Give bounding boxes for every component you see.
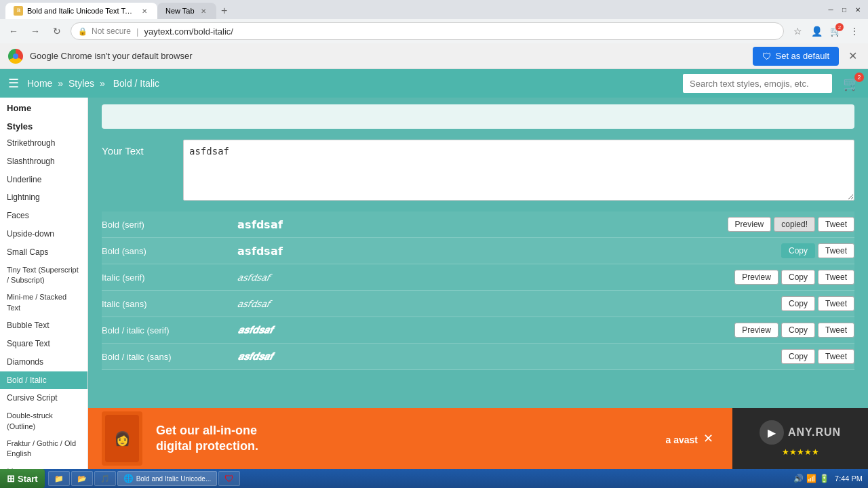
nav-cart-icon[interactable]: 🛒 2: [843, 75, 860, 92]
menu-icon[interactable]: ⋮: [846, 23, 863, 39]
network-icon[interactable]: 📶: [806, 474, 816, 483]
sidebar-item-faces[interactable]: Faces: [0, 207, 87, 225]
tab-bold-italic[interactable]: 𝐁 Bold and Italic Unicode Text Tool - 1.…: [5, 3, 157, 19]
copy-button-bold-serif[interactable]: copied!: [774, 217, 815, 232]
sidebar-item-fraktur[interactable]: Fraktur / Gothic / Old English: [0, 435, 87, 463]
breadcrumb-sep-2: »: [100, 78, 108, 89]
taskbar-item-explorer2[interactable]: 📂: [71, 471, 93, 486]
your-text-input[interactable]: asfdsaf: [183, 140, 854, 201]
breadcrumb-styles[interactable]: Styles: [68, 78, 94, 89]
style-actions-bold-sans: Copy Tweet: [781, 243, 854, 258]
sidebar-item-mini-me[interactable]: Mini-me / Stacked Text: [0, 289, 87, 317]
style-preview-italic-sans: 𝘢𝘴𝘧𝘥𝘴𝘢𝘧: [237, 298, 781, 310]
sidebar-item-diamonds[interactable]: Diamonds: [0, 353, 87, 371]
copy-button-bold-sans[interactable]: Copy: [781, 243, 815, 258]
tab-close-2[interactable]: ✕: [199, 6, 208, 16]
breadcrumb: Home » Styles » Bold / Italic: [27, 78, 162, 89]
start-button[interactable]: ⊞ Start: [0, 469, 45, 488]
search-input[interactable]: [683, 74, 832, 93]
anyrun-stars: ★★★★★: [782, 447, 819, 457]
tweet-button-italic-serif[interactable]: Tweet: [818, 270, 854, 285]
speaker-icon[interactable]: 🔊: [793, 474, 804, 483]
style-preview-italic-serif: 𝘢𝘴𝘧𝘥𝘴𝘢𝘧: [237, 271, 734, 283]
style-preview-bold-serif: 𝗮𝘀𝗳𝗱𝘀𝗮𝗳: [237, 218, 728, 231]
preview-button-italic-serif[interactable]: Preview: [734, 270, 778, 285]
anyrun-play-icon[interactable]: ▶: [760, 420, 784, 445]
tab-close-1[interactable]: ✕: [140, 6, 149, 16]
copy-button-bold-italic-serif[interactable]: Copy: [781, 323, 815, 338]
tweet-button-bold-sans[interactable]: Tweet: [818, 243, 854, 258]
battery-icon[interactable]: 🔋: [819, 474, 829, 483]
ad-logo: a avast: [639, 430, 698, 447]
chrome-notification-bar: Google Chrome isn't your default browser…: [0, 43, 868, 69]
sidebar-item-cursive-script[interactable]: Cursive Script: [0, 389, 87, 407]
sidebar-home-title[interactable]: Home: [0, 98, 87, 116]
tweet-button-bold-serif[interactable]: Tweet: [818, 217, 854, 232]
chrome-bar-close-button[interactable]: ✕: [846, 47, 860, 65]
preview-button-bold-serif[interactable]: Preview: [728, 217, 772, 232]
preview-button-bold-italic-serif[interactable]: Preview: [734, 323, 778, 338]
taskbar-time: 7:44 PM: [835, 474, 863, 483]
taskbar-item-media[interactable]: 🎵: [94, 471, 116, 486]
back-button[interactable]: ←: [5, 23, 22, 39]
cart-icon[interactable]: 🛒 2: [827, 23, 844, 39]
sidebar-item-lightning[interactable]: Lightning: [0, 188, 87, 207]
sidebar-item-upside-down[interactable]: Upside-down: [0, 225, 87, 243]
security-icon: 🛡: [224, 473, 234, 484]
refresh-button[interactable]: ↻: [49, 23, 65, 39]
copy-button-bold-italic-sans[interactable]: Copy: [781, 349, 815, 364]
copy-button-italic-serif[interactable]: Copy: [781, 270, 815, 285]
sidebar-item-tiny-text[interactable]: Tiny Text (Superscript / Subscript): [0, 262, 87, 289]
sidebar-item-small-caps[interactable]: Small Caps: [0, 243, 87, 262]
sidebar-item-double-struck[interactable]: Double-struck (Outline): [0, 407, 87, 435]
taskbar-item-security[interactable]: 🛡: [218, 471, 240, 486]
folder-icon-2: 📂: [77, 474, 87, 483]
sidebar-item-strikethrough[interactable]: Strikethrough: [0, 134, 87, 152]
tweet-button-italic-sans[interactable]: Tweet: [818, 296, 854, 311]
anyrun-label: ANY.RUN: [788, 426, 841, 439]
style-name-italic-sans: Italic (sans): [102, 299, 237, 309]
tab-label-2: New Tab: [165, 7, 195, 15]
breadcrumb-sep-1: »: [58, 78, 66, 89]
style-row-bold-italic-serif: Bold / italic (serif) 𝙖𝙨𝙛𝙙𝙨𝙖𝙛 Preview Co…: [102, 317, 854, 344]
style-name-bold-serif: Bold (serif): [102, 220, 237, 230]
sidebar-item-bold-italic[interactable]: Bold / Italic: [0, 371, 87, 390]
taskbar-item-explorer1[interactable]: 📁: [48, 471, 70, 486]
url-separator: |: [136, 26, 138, 37]
ad-content: 👩 Get our all-in-one digital protection.…: [102, 411, 698, 466]
style-actions-bold-italic-sans: Copy Tweet: [781, 349, 854, 364]
sidebar-item-square-text[interactable]: Square Text: [0, 335, 87, 353]
url-text: yaytext.com/bold-italic/: [144, 26, 233, 37]
close-button[interactable]: ✕: [853, 5, 863, 14]
tweet-button-bold-italic-serif[interactable]: Tweet: [818, 323, 854, 338]
breadcrumb-home[interactable]: Home: [27, 78, 52, 89]
taskbar-item-chrome[interactable]: 🌐 Bold and Italic Unicode...: [117, 471, 218, 486]
set-default-button[interactable]: 🛡 Set as default: [753, 47, 840, 66]
copy-button-italic-sans[interactable]: Copy: [781, 296, 815, 311]
minimize-button[interactable]: ─: [826, 5, 835, 14]
maximize-button[interactable]: □: [840, 5, 849, 14]
hamburger-menu-icon[interactable]: ☰: [8, 76, 19, 91]
ad-headline: Get our all-in-one digital protection.: [156, 423, 258, 455]
sidebar: Home Styles Strikethrough Slashthrough U…: [0, 98, 88, 488]
taskbar-right: 🔊 📶 🔋 7:44 PM: [788, 474, 868, 483]
bookmark-icon[interactable]: ☆: [789, 23, 806, 39]
lock-icon: 🔒: [78, 27, 87, 36]
sidebar-item-bubble-text[interactable]: Bubble Text: [0, 317, 87, 335]
style-row-bold-serif: Bold (serif) 𝗮𝘀𝗳𝗱𝘀𝗮𝗳 Preview copied! Twe…: [102, 211, 854, 238]
ad-close-button[interactable]: ✕: [698, 428, 719, 449]
top-banner: [102, 104, 854, 129]
sidebar-item-slashthrough[interactable]: Slashthrough: [0, 152, 87, 171]
sidebar-item-underline[interactable]: Underline: [0, 171, 87, 189]
tweet-button-bold-italic-sans[interactable]: Tweet: [818, 349, 854, 364]
style-name-bold-sans: Bold (sans): [102, 246, 237, 256]
style-actions-bold-italic-serif: Preview Copy Tweet: [734, 323, 854, 338]
tab-new[interactable]: New Tab ✕: [157, 3, 216, 19]
style-preview-bold-italic-sans: 𝙖𝙨𝙛𝙙𝙨𝙖𝙛: [237, 350, 781, 363]
profile-icon[interactable]: 👤: [808, 23, 825, 39]
address-bar[interactable]: 🔒 Not secure | yaytext.com/bold-italic/: [71, 22, 784, 40]
forward-button[interactable]: →: [27, 23, 43, 39]
sidebar-styles-title[interactable]: Styles: [0, 116, 87, 134]
new-tab-button[interactable]: +: [216, 3, 233, 19]
cart-badge: 2: [835, 23, 844, 31]
